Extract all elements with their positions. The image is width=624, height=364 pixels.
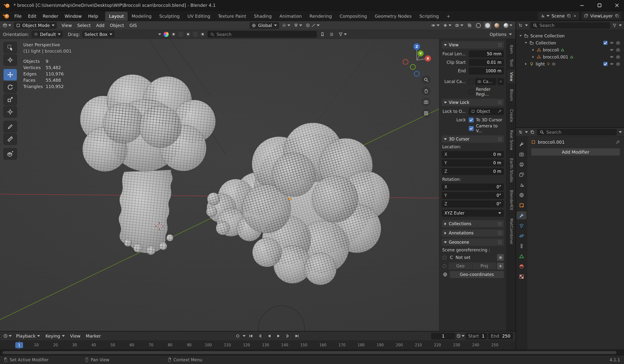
properties-tab-physics[interactable] [517, 232, 526, 240]
clip-start-field[interactable]: 0.01 m [469, 59, 504, 66]
navigation-gizmo[interactable]: Z Y X [400, 41, 434, 78]
shading-preset-3-icon[interactable] [186, 32, 190, 37]
workspace-tab-uv-editing[interactable]: UV Editing [183, 12, 214, 21]
timecode-button[interactable] [456, 333, 465, 339]
cursor-rot-x-field[interactable]: X0° [442, 183, 504, 190]
cursor-loc-x-field[interactable]: X0 m [442, 151, 504, 158]
proportional-edit-button[interactable] [305, 22, 320, 29]
sidebar-tab-matcombiner[interactable]: MatCombiner [507, 216, 516, 247]
viewport-menu-gis[interactable]: GIS [127, 22, 140, 29]
display-mode-button[interactable] [328, 31, 335, 38]
exclude-checkbox[interactable] [603, 41, 607, 45]
properties-tab-scene[interactable] [517, 181, 526, 189]
filter-icon[interactable] [612, 23, 617, 28]
annotations-header[interactable]: Annotations [442, 229, 504, 237]
editor-type-button[interactable] [2, 22, 12, 29]
workspace-tab-[interactable]: + [443, 12, 454, 21]
show-overlays-button[interactable] [454, 22, 464, 29]
playhead[interactable]: 1 [15, 342, 23, 348]
shading-preset-5-icon[interactable] [200, 32, 205, 37]
properties-tab-texture[interactable] [517, 273, 526, 281]
clear-camera-button[interactable] [497, 78, 504, 85]
ortho-toggle-button[interactable] [422, 109, 431, 118]
blender-menu-icon[interactable] [2, 12, 10, 19]
tool-transform[interactable] [3, 106, 17, 118]
cursor-rot-z-field[interactable]: Z0° [442, 200, 504, 208]
properties-tab-world[interactable] [517, 191, 526, 199]
play-reverse-button[interactable] [265, 333, 273, 339]
menu-window[interactable]: Window [61, 12, 85, 20]
render-visibility-icon[interactable] [616, 48, 620, 52]
crs-settings-button[interactable] [497, 254, 504, 261]
zoom-button[interactable] [422, 75, 431, 84]
properties-tab-constraints[interactable] [517, 242, 526, 250]
workspace-tab-texture-paint[interactable]: Texture Paint [214, 12, 250, 21]
tool-scale[interactable] [3, 94, 17, 105]
timeline-editor-button[interactable] [2, 333, 12, 339]
add-modifier-button[interactable]: Add Modifier [531, 148, 620, 156]
properties-tab-object[interactable] [517, 201, 526, 209]
tool-measure[interactable] [3, 133, 17, 145]
view-section-header[interactable]: View [442, 41, 504, 49]
snap-toggle-button[interactable] [293, 22, 303, 29]
proj-radio[interactable] [443, 264, 446, 268]
crs-radio[interactable] [443, 256, 446, 260]
cursor-section-header[interactable]: 3D Cursor [442, 135, 504, 143]
shading-rendered-button[interactable] [502, 22, 514, 29]
pivot-point-button[interactable] [281, 22, 291, 29]
workspace-tab-layout[interactable]: Layout [105, 12, 128, 21]
shading-preset-1-icon[interactable] [171, 32, 176, 37]
menu-help[interactable]: Help [85, 12, 101, 20]
minimize-button[interactable] [575, 0, 589, 11]
focal-length-field[interactable]: 50 mm [469, 51, 504, 57]
hide-eye-icon[interactable] [610, 48, 614, 52]
drag-mode-dropdown[interactable]: Select Box [82, 31, 115, 38]
geo-button[interactable]: Geo [448, 262, 472, 269]
render-region-checkbox[interactable] [469, 89, 474, 94]
show-gizmo-button[interactable] [442, 22, 452, 29]
workspace-tab-compositing[interactable]: Compositing [336, 12, 371, 21]
chevron-down-icon[interactable] [619, 131, 622, 133]
outliner-row-collection[interactable]: Collection [516, 39, 623, 46]
blender-logo-icon[interactable] [3, 2, 10, 9]
properties-tab-material[interactable] [517, 262, 526, 270]
add-crs-button[interactable]: + [497, 262, 504, 269]
sidebar-tab-earth-studio[interactable]: Earth Studio [507, 156, 516, 185]
keying-chevron-icon[interactable] [243, 335, 246, 337]
menu-edit[interactable]: Edit [25, 12, 40, 20]
geo-coordinates-button[interactable]: Geo-coordinates [450, 271, 504, 278]
render-visibility-icon[interactable] [616, 62, 620, 66]
pin-icon[interactable] [616, 140, 620, 144]
bookmark-button[interactable] [319, 31, 326, 38]
hide-eye-icon[interactable] [610, 62, 614, 66]
menu-file[interactable]: File [11, 12, 25, 20]
tool-add-cube[interactable] [3, 148, 17, 160]
viewlayer-selector[interactable]: ViewLayer [581, 12, 622, 20]
prev-keyframe-button[interactable] [256, 333, 264, 339]
mode-dropdown[interactable]: Object Mode [14, 22, 57, 29]
view-lock-header[interactable]: View Lock [442, 99, 504, 106]
clip-end-field[interactable]: 1000 m [469, 67, 504, 75]
render-visibility-icon[interactable] [616, 41, 620, 45]
play-button[interactable] [274, 333, 283, 339]
workspace-tab-geometry-nodes[interactable]: Geometry Nodes [371, 12, 416, 21]
new-scene-icon[interactable] [567, 14, 571, 18]
camera-id-field[interactable]: Ca... [475, 78, 496, 85]
hide-eye-icon[interactable] [610, 55, 614, 59]
jump-to-end-button[interactable] [293, 333, 301, 339]
timeline-menu-marker[interactable]: Marker [83, 333, 104, 339]
sidebar-tab-create[interactable]: Create [507, 107, 516, 125]
timeline-menu-view[interactable]: View [67, 333, 83, 339]
pan-button[interactable] [422, 86, 431, 95]
sidebar-tab-item[interactable]: Item [507, 43, 516, 56]
properties-search-input[interactable]: Search [537, 129, 617, 135]
cursor-loc-z-field[interactable]: Z0 m [442, 168, 504, 175]
workspace-tab-modeling[interactable]: Modeling [128, 12, 155, 21]
options-button[interactable]: Options [489, 31, 513, 38]
sidebar-tab-tool[interactable]: Tool [507, 56, 516, 69]
workspace-tab-rendering[interactable]: Rendering [306, 12, 336, 21]
outliner-row-scene-collection[interactable]: Scene Collection [516, 32, 623, 39]
properties-tab-particles[interactable] [517, 222, 526, 230]
horizontal-scrollbar[interactable] [2, 351, 617, 354]
properties-tab-modifiers[interactable] [517, 211, 526, 219]
